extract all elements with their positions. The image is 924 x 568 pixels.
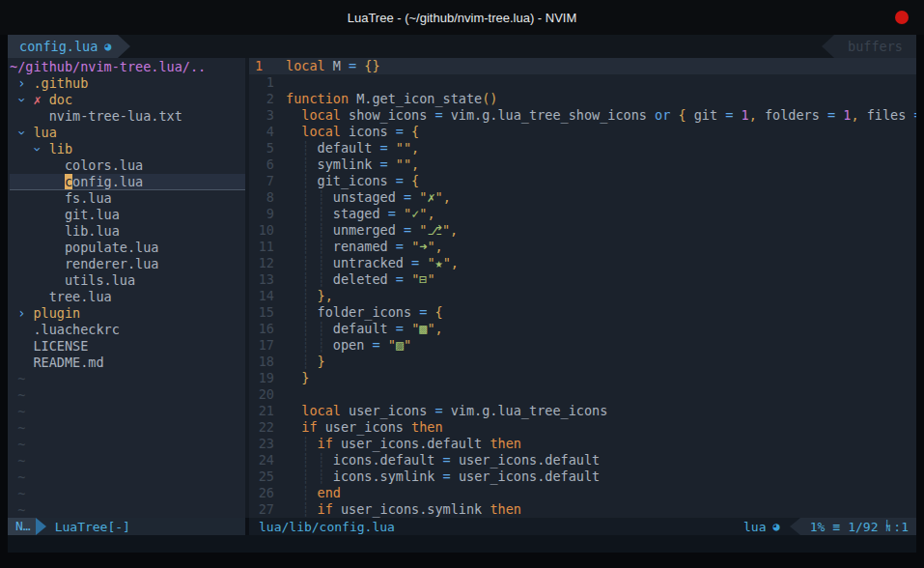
token: ~: [17, 437, 25, 452]
token: [10, 223, 65, 239]
tree-row[interactable]: config.lua: [10, 174, 245, 190]
token: M: [325, 58, 349, 74]
tree-row[interactable]: ~: [10, 404, 245, 420]
token: user_icons: [318, 419, 412, 436]
code-line[interactable]: 12 ┊ ┊ untracked = "★",: [249, 255, 916, 271]
token: =: [380, 140, 388, 156]
tree-row[interactable]: ~/github/nvim-tree.lua/..: [10, 59, 245, 75]
code-line[interactable]: 1local M = {}: [249, 58, 916, 74]
command-line[interactable]: [8, 535, 916, 553]
tree-row[interactable]: ~: [10, 387, 245, 404]
code-line[interactable]: 19 }: [249, 370, 916, 386]
tree-row[interactable]: ~: [10, 486, 245, 502]
token: [286, 222, 301, 239]
code-line[interactable]: 21 local user_icons = vim.g.lua_tree_ico…: [249, 403, 916, 419]
token: if: [301, 419, 317, 436]
token: {: [411, 124, 419, 140]
tree-row[interactable]: ~: [10, 437, 245, 453]
tree-row[interactable]: tree.lua: [10, 289, 245, 305]
token: ┊: [318, 469, 325, 485]
token: ~: [17, 387, 25, 403]
tab-config-lua[interactable]: config.lua ◕: [8, 35, 118, 58]
code-line[interactable]: 16 ┊ ┊ default = "▩",: [249, 321, 916, 337]
tree-row[interactable]: ~: [10, 453, 245, 469]
token: [10, 190, 65, 206]
token: =: [396, 321, 404, 337]
code-line[interactable]: 26 ┊ end: [249, 485, 916, 501]
code-line[interactable]: 8 ┊ ┊ unstaged = "✗",: [249, 189, 916, 206]
close-button[interactable]: [895, 11, 909, 24]
token: ,: [411, 156, 419, 173]
tree-row[interactable]: nvim-tree-lua.txt: [10, 108, 245, 125]
token: [42, 92, 49, 107]
tree-row[interactable]: › lib: [10, 141, 245, 157]
line-number: 13: [249, 271, 274, 288]
tree-row[interactable]: utils.lua: [10, 272, 245, 289]
tree-row[interactable]: › ✗ doc: [10, 92, 245, 108]
code-line[interactable]: 22 if user_icons then: [249, 419, 916, 436]
code-line[interactable]: 25 ┊ ┊ icons.symlink = user_icons.defaul…: [249, 469, 916, 485]
token: [309, 271, 317, 288]
token: =: [443, 469, 451, 485]
token: =: [396, 271, 404, 288]
tree-row[interactable]: populate.lua: [10, 240, 245, 256]
line-number: 26: [249, 485, 274, 501]
code-line[interactable]: 24 ┊ ┊ icons.default = user_icons.defaul…: [249, 452, 916, 469]
code-line[interactable]: 4 local icons = {: [249, 124, 916, 140]
line-number: 19: [249, 370, 274, 386]
tree-row[interactable]: fs.lua: [10, 190, 245, 207]
tree-row[interactable]: › plugin: [10, 305, 245, 322]
line-number: 5: [249, 140, 274, 156]
token: [356, 58, 364, 74]
code-line[interactable]: 17 ┊ ┊ open = "▨": [249, 337, 916, 354]
token: =: [396, 124, 404, 140]
code-line[interactable]: 15 ┊ folder_icons = {: [249, 304, 916, 321]
token: default: [325, 321, 396, 337]
tree-row[interactable]: git.lua: [10, 207, 245, 223]
code-line[interactable]: 20: [249, 386, 916, 403]
tree-row[interactable]: README.md: [10, 355, 245, 371]
code-line[interactable]: 2function M.get_icon_state(): [249, 91, 916, 107]
code-line[interactable]: 10 ┊ ┊ unmerged = "⎇",: [249, 222, 916, 239]
token: then: [490, 501, 521, 518]
code-line[interactable]: 11 ┊ ┊ renamed = "➜",: [249, 239, 916, 255]
tree-row[interactable]: LICENSE: [10, 338, 245, 355]
tree-row[interactable]: › lua: [10, 125, 245, 141]
code-line[interactable]: 13 ┊ ┊ deleted = "⊟": [249, 271, 916, 288]
token: [309, 354, 317, 370]
code-line[interactable]: 3 local show_icons = vim.g.lua_tree_show…: [249, 107, 916, 124]
code-line[interactable]: 5 ┊ default = "",: [249, 140, 916, 156]
tree-row[interactable]: .luacheckrc: [10, 322, 245, 338]
tree-row[interactable]: ~: [10, 502, 245, 518]
code-line[interactable]: 27 ┊ if user_icons.symlink then: [249, 501, 916, 518]
tree-row[interactable]: ~: [10, 420, 245, 437]
token: git_icons: [309, 173, 395, 189]
buffers-section[interactable]: buffers: [834, 35, 916, 58]
tree-row[interactable]: colors.lua: [10, 157, 245, 174]
token: then: [411, 419, 443, 436]
token: ➜: [419, 239, 427, 255]
lines-icon: ≡: [832, 519, 840, 535]
token: [286, 156, 301, 173]
line-number: 24: [249, 452, 274, 469]
code-line[interactable]: 7 ┊ git_icons = {: [249, 173, 916, 189]
code-line[interactable]: 9 ┊ ┊ staged = "✓",: [249, 206, 916, 222]
token: icons.symlink: [325, 469, 443, 485]
code-line[interactable]: 1: [249, 74, 916, 91]
token: =: [396, 239, 404, 255]
tree-row[interactable]: renderer.lua: [10, 256, 245, 272]
code-line[interactable]: 14 ┊ },: [249, 288, 916, 304]
tree-row[interactable]: lib.lua: [10, 223, 245, 240]
token: ┊: [301, 469, 309, 485]
token: ┊: [301, 321, 309, 337]
code-line[interactable]: 6 ┊ symlink = "",: [249, 156, 916, 173]
tree-row[interactable]: › .github: [10, 75, 245, 92]
code-line[interactable]: 18 ┊ }: [249, 354, 916, 370]
tree-row[interactable]: ~: [10, 371, 245, 387]
token: lib: [49, 141, 72, 156]
code-line[interactable]: 23 ┊ if user_icons.default then: [249, 436, 916, 452]
statusline-tree-section: N… LuaTree[-]: [8, 518, 245, 535]
tree-row[interactable]: ~: [10, 469, 245, 486]
progress-percent: 1%: [810, 519, 826, 535]
token: if: [318, 501, 333, 518]
